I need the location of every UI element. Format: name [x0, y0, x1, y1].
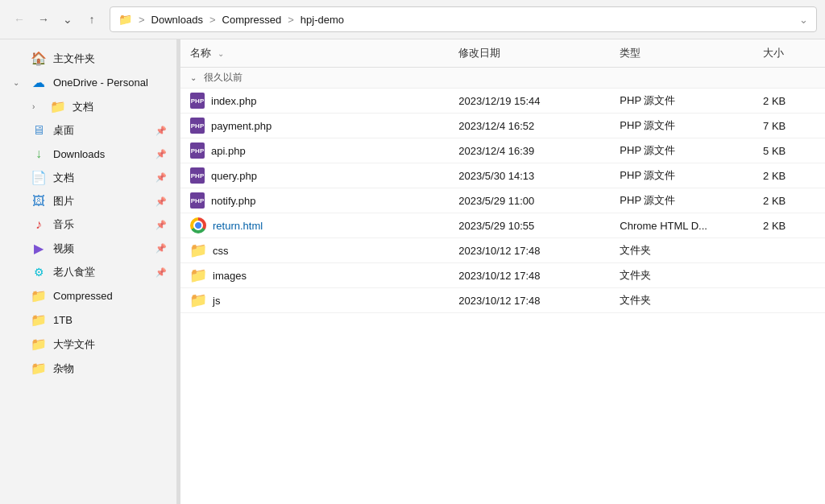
sidebar-item-pictures[interactable]: 🖼 图片 📌: [3, 190, 173, 213]
1tb-icon: 📁: [31, 312, 47, 328]
table-row[interactable]: PHP query.php 2023/5/30 14:13 PHP 源文件 2 …: [180, 163, 825, 188]
sidebar-label-university: 大学文件: [53, 337, 167, 352]
sidebar-item-downloads[interactable]: ↓ Downloads 📌: [3, 143, 173, 165]
docs-onedrive-icon: 📁: [50, 99, 66, 114]
address-folder-icon: 📁: [118, 13, 132, 26]
file-size: [753, 263, 825, 288]
university-icon: 📁: [31, 337, 47, 352]
breadcrumb-downloads[interactable]: Downloads: [151, 14, 203, 26]
col-header-size[interactable]: 大小: [753, 39, 825, 68]
table-row[interactable]: 📁 css 2023/10/12 17:48 文件夹: [180, 238, 825, 263]
table-row[interactable]: return.html 2023/5/29 10:55 Chrome HTML …: [180, 213, 825, 238]
sidebar-label-wendang: 文档: [53, 171, 149, 185]
file-name-label: payment.php: [211, 120, 272, 132]
file-size: 7 KB: [753, 114, 825, 138]
file-table: 名称 ⌄ 修改日期 类型 大小 ⌄ 很久以前: [180, 39, 825, 313]
file-type: 文件夹: [610, 263, 753, 288]
pin-icon-laoba: 📌: [155, 267, 167, 278]
file-date: 2023/12/19 15:44: [449, 89, 610, 114]
table-row[interactable]: 📁 js 2023/10/12 17:48 文件夹: [180, 288, 825, 313]
downloads-icon: ↓: [31, 147, 47, 161]
up-button[interactable]: ↑: [81, 8, 103, 31]
address-expand-button[interactable]: ⌄: [799, 14, 808, 26]
breadcrumb-compressed[interactable]: Compressed: [222, 14, 282, 26]
col-header-type[interactable]: 类型: [610, 39, 753, 68]
folder-icon: 📁: [190, 242, 206, 258]
file-type: PHP 源文件: [610, 114, 753, 138]
sidebar-item-videos[interactable]: ▶ 视频 📌: [3, 237, 173, 260]
sidebar-label-laoba: 老八食堂: [53, 265, 149, 279]
sidebar-label-compressed: Compressed: [53, 290, 167, 302]
compressed-icon: 📁: [31, 288, 47, 304]
sidebar-item-misc[interactable]: 📁 杂物: [3, 357, 173, 380]
table-row[interactable]: PHP notify.php 2023/5/29 11:00 PHP 源文件 2…: [180, 188, 825, 213]
pictures-icon: 🖼: [31, 194, 47, 209]
sidebar-label-music: 音乐: [53, 217, 149, 232]
table-row[interactable]: PHP payment.php 2023/12/4 16:52 PHP 源文件 …: [180, 114, 825, 138]
sidebar-label-pictures: 图片: [53, 194, 149, 209]
file-date: 2023/12/4 16:39: [449, 138, 610, 163]
sidebar-label-videos: 视频: [53, 242, 149, 256]
sidebar-item-wendang[interactable]: 📄 文档 📌: [3, 166, 173, 189]
address-bar[interactable]: 📁 > Downloads > Compressed > hpj-demo ⌄: [110, 6, 817, 32]
file-date: 2023/10/12 17:48: [449, 238, 610, 263]
sidebar-label-desktop: 桌面: [53, 123, 149, 138]
history-dropdown-button[interactable]: ⌄: [56, 8, 79, 31]
pin-icon-videos: 📌: [155, 243, 167, 254]
file-date: 2023/10/12 17:48: [449, 288, 610, 313]
php-file-icon: PHP: [190, 192, 205, 209]
group-expand-icon: ⌄: [190, 73, 197, 82]
folder-icon: 📁: [190, 292, 206, 308]
php-file-icon: PHP: [190, 167, 205, 184]
file-date: 2023/10/12 17:48: [449, 263, 610, 288]
file-name-label: images: [213, 270, 247, 282]
sidebar-item-home[interactable]: 🏠 主文件夹: [3, 47, 173, 70]
file-link-name[interactable]: return.html: [213, 220, 263, 232]
sidebar-label-onedrive: OneDrive - Personal: [53, 76, 167, 89]
table-row[interactable]: PHP api.php 2023/12/4 16:39 PHP 源文件 5 KB: [180, 138, 825, 163]
pin-icon-wendang: 📌: [155, 172, 167, 183]
folder-icon: 📁: [190, 267, 206, 283]
php-file-icon: PHP: [190, 93, 205, 109]
sidebar-label-1tb: 1TB: [53, 314, 167, 326]
pin-icon-desktop: 📌: [155, 126, 167, 136]
breadcrumb-hpj-demo[interactable]: hpj-demo: [301, 14, 344, 26]
sort-indicator-name: ⌄: [218, 49, 224, 58]
file-size: 2 KB: [753, 188, 825, 213]
sidebar-item-desktop[interactable]: 🖥 桌面 📌: [3, 119, 173, 142]
file-name-label: query.php: [211, 170, 257, 182]
table-row[interactable]: PHP index.php 2023/12/19 15:44 PHP 源文件 2…: [180, 89, 825, 114]
back-button[interactable]: ←: [8, 8, 31, 31]
sidebar-item-university[interactable]: 📁 大学文件: [3, 333, 173, 356]
group-header-row[interactable]: ⌄ 很久以前: [180, 68, 825, 89]
sidebar-label-docs-onedrive: 文档: [73, 100, 167, 114]
file-type: Chrome HTML D...: [610, 213, 753, 238]
file-area: 名称 ⌄ 修改日期 类型 大小 ⌄ 很久以前: [180, 39, 825, 504]
pin-icon-pictures: 📌: [155, 196, 167, 207]
sidebar-item-1tb[interactable]: 📁 1TB: [3, 308, 173, 332]
sidebar-item-docs-onedrive[interactable]: › 📁 文档: [3, 95, 173, 118]
col-header-name[interactable]: 名称 ⌄: [180, 39, 449, 68]
forward-button[interactable]: →: [32, 8, 55, 31]
home-icon: 🏠: [31, 51, 47, 66]
php-file-icon: PHP: [190, 118, 205, 134]
sidebar-item-music[interactable]: ♪ 音乐 📌: [3, 213, 173, 236]
sidebar-item-laoba[interactable]: ⚙ 老八食堂 📌: [3, 261, 173, 283]
file-size: 2 KB: [753, 89, 825, 114]
file-name-label: api.php: [211, 145, 246, 157]
file-size: 2 KB: [753, 213, 825, 238]
expand-arrow-docs: ›: [32, 102, 44, 111]
group-label: 很久以前: [204, 72, 243, 83]
file-type: PHP 源文件: [610, 138, 753, 163]
table-row[interactable]: 📁 images 2023/10/12 17:48 文件夹: [180, 263, 825, 288]
sidebar-label-home: 主文件夹: [53, 52, 167, 66]
sidebar-item-compressed[interactable]: 📁 Compressed: [3, 284, 173, 308]
sidebar-item-onedrive[interactable]: ⌄ ☁ OneDrive - Personal: [3, 71, 173, 94]
videos-icon: ▶: [31, 241, 47, 256]
col-header-date[interactable]: 修改日期: [449, 39, 610, 68]
file-name-label: index.php: [211, 95, 256, 107]
laoba-icon: ⚙: [31, 266, 47, 279]
file-size: 2 KB: [753, 163, 825, 188]
file-date: 2023/5/30 14:13: [449, 163, 610, 188]
music-icon: ♪: [31, 217, 47, 232]
